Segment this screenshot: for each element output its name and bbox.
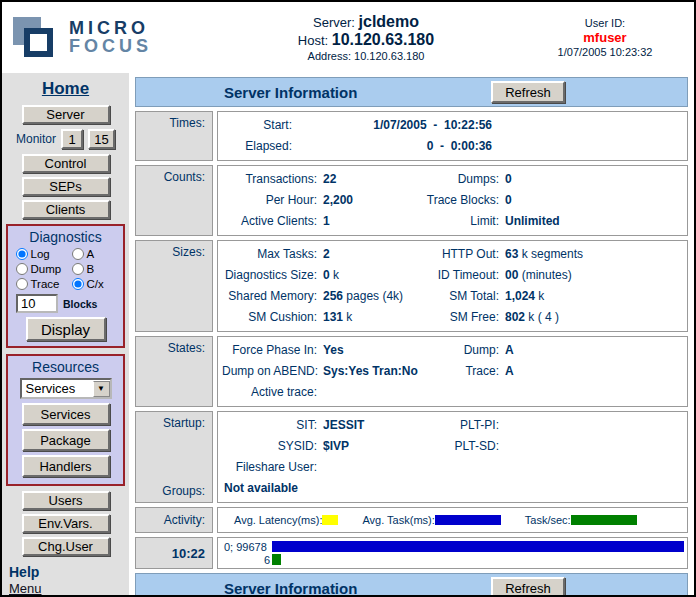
refresh-button-bottom[interactable]: Refresh bbox=[491, 577, 565, 597]
package-button[interactable]: Package bbox=[22, 429, 110, 451]
field-value: 00 (minutes) bbox=[499, 265, 683, 286]
radio-dump-input[interactable] bbox=[16, 263, 28, 275]
startup-body: SIT: JESSIT PLT-PI: SYSID: $IVP PLT-SD: … bbox=[217, 411, 688, 503]
display-button[interactable]: Display bbox=[26, 317, 106, 341]
field-value: 2,200 bbox=[317, 190, 417, 211]
counts-section: Counts: Transactions: 22 Dumps: 0 Per Ho… bbox=[135, 165, 688, 236]
radio-b-input[interactable] bbox=[72, 263, 84, 275]
activity-label: Activity: bbox=[135, 507, 213, 533]
radio-cx[interactable]: C/x bbox=[72, 278, 118, 290]
field-value: A bbox=[499, 340, 683, 361]
radio-cx-label: C/x bbox=[87, 278, 104, 290]
services-button[interactable]: Services bbox=[22, 403, 110, 425]
field-value: 0 - 0:00:36 bbox=[292, 136, 492, 157]
field-label: Force Phase In: bbox=[222, 340, 317, 361]
field-value: 1,024 k bbox=[499, 286, 683, 307]
diagnostics-title: Diagnostics bbox=[29, 229, 101, 245]
address-line: Address: 10.120.63.180 bbox=[202, 50, 530, 62]
server-info-title-bar: Server Information Refresh bbox=[135, 77, 688, 107]
tasksec-bar-swatch bbox=[571, 515, 637, 525]
timeline-tasksec-bar bbox=[272, 554, 281, 565]
radio-a-label: A bbox=[87, 248, 95, 260]
radio-a-input[interactable] bbox=[72, 248, 84, 260]
field-label: Dump on ABEND: bbox=[222, 361, 317, 382]
field-label: Fileshare User: bbox=[222, 457, 317, 478]
control-button[interactable]: Control bbox=[22, 154, 110, 173]
field-value bbox=[317, 457, 417, 478]
radio-log[interactable]: Log bbox=[16, 248, 72, 260]
chguser-button[interactable]: Chg.User bbox=[22, 537, 110, 556]
field-label: HTTP Out: bbox=[417, 244, 499, 265]
home-link[interactable]: Home bbox=[42, 79, 89, 99]
activity-timeline-row: 10:22 0; 99678 6 bbox=[135, 537, 688, 569]
blocks-label: Blocks bbox=[63, 298, 97, 310]
radio-trace-input[interactable] bbox=[16, 278, 28, 290]
esmac-window: MICRO FOCUS Server: jcldemo Host: 10.120… bbox=[0, 0, 696, 597]
field-label: SM Cushion: bbox=[222, 307, 317, 328]
blocks-input[interactable] bbox=[16, 294, 58, 313]
field-value bbox=[499, 415, 683, 436]
radio-dump-label: Dump bbox=[31, 263, 62, 275]
users-button[interactable]: Users bbox=[22, 491, 110, 510]
times-body: Start: 1/07/2005 - 10:22:56 Elapsed: 0 -… bbox=[217, 111, 688, 161]
latency-bar-swatch bbox=[322, 515, 338, 525]
menu-link[interactable]: Menu bbox=[9, 581, 42, 595]
field-label: ID Timeout: bbox=[417, 265, 499, 286]
radio-b-label: B bbox=[87, 263, 95, 275]
field-label: SM Free: bbox=[417, 307, 499, 328]
field-label: PLT-SD: bbox=[417, 436, 499, 457]
field-value: $IVP bbox=[317, 436, 417, 457]
server-label: Server: bbox=[313, 15, 355, 30]
chevron-down-icon[interactable]: ▼ bbox=[93, 381, 110, 397]
field-value: 1 bbox=[317, 211, 417, 232]
field-value: 22 bbox=[317, 169, 417, 190]
logo-text-micro: MICRO bbox=[69, 20, 152, 37]
user-info: User ID: mfuser 1/07/2005 10:23:32 bbox=[530, 17, 680, 58]
refresh-button-top[interactable]: Refresh bbox=[491, 81, 565, 103]
timeline-body: 0; 99678 6 bbox=[217, 537, 688, 569]
states-label: States: bbox=[135, 336, 213, 407]
field-value: A bbox=[499, 361, 683, 382]
sidebar: Home Server Monitor 1 15 Control SEPs Cl… bbox=[2, 73, 129, 595]
groups-label: Groups: bbox=[136, 484, 205, 498]
field-value: 256 pages (4k) bbox=[317, 286, 417, 307]
envvars-button[interactable]: Env.Vars. bbox=[22, 514, 110, 533]
page-title: Server Information bbox=[224, 84, 357, 101]
field-value: 0 bbox=[499, 169, 683, 190]
clients-button[interactable]: Clients bbox=[22, 200, 110, 219]
sizes-body: Max Tasks: 2 HTTP Out: 63 k segments Dia… bbox=[217, 240, 688, 332]
radio-b[interactable]: B bbox=[72, 263, 118, 275]
radio-dump[interactable]: Dump bbox=[16, 263, 72, 275]
sizes-label: Sizes: bbox=[135, 240, 213, 332]
field-label: Elapsed: bbox=[222, 136, 292, 157]
radio-trace-label: Trace bbox=[31, 278, 60, 290]
main-panel: Server Information Refresh Times: Start:… bbox=[129, 73, 694, 595]
timestamp: 1/07/2005 10:23:32 bbox=[530, 46, 680, 58]
radio-log-input[interactable] bbox=[16, 248, 28, 260]
task-bar-swatch bbox=[435, 515, 501, 525]
timeline-tasksec-value: 6 bbox=[224, 554, 272, 566]
monitor-15-button[interactable]: 15 bbox=[88, 129, 115, 149]
activity-legend: Avg. Latency(ms): Avg. Task(ms): Task/se… bbox=[217, 507, 688, 533]
field-label: Trace Blocks: bbox=[417, 190, 499, 211]
groups-value: Not available bbox=[222, 478, 683, 499]
monitor-label: Monitor bbox=[16, 132, 56, 146]
seps-button[interactable]: SEPs bbox=[22, 177, 110, 196]
startup-section: Startup: Groups: SIT: JESSIT PLT-PI: SYS… bbox=[135, 411, 688, 503]
field-value: Unlimited bbox=[499, 211, 683, 232]
field-value: 0 bbox=[499, 190, 683, 211]
activity-section: Activity: Avg. Latency(ms): Avg. Task(ms… bbox=[135, 507, 688, 533]
host-label: Host: bbox=[298, 33, 328, 48]
micro-focus-logo-icon bbox=[12, 15, 60, 61]
field-value: JESSIT bbox=[317, 415, 417, 436]
handlers-button[interactable]: Handlers bbox=[22, 455, 110, 477]
radio-trace[interactable]: Trace bbox=[16, 278, 72, 290]
resources-select[interactable]: Services ▼ bbox=[20, 378, 112, 399]
radio-a[interactable]: A bbox=[72, 248, 118, 260]
server-name: jcldemo bbox=[359, 13, 419, 30]
field-value: 802 k ( 4 ) bbox=[499, 307, 683, 328]
field-value bbox=[317, 382, 417, 403]
monitor-1-button[interactable]: 1 bbox=[61, 129, 83, 149]
radio-cx-input[interactable] bbox=[72, 278, 84, 290]
server-button[interactable]: Server bbox=[22, 105, 110, 124]
